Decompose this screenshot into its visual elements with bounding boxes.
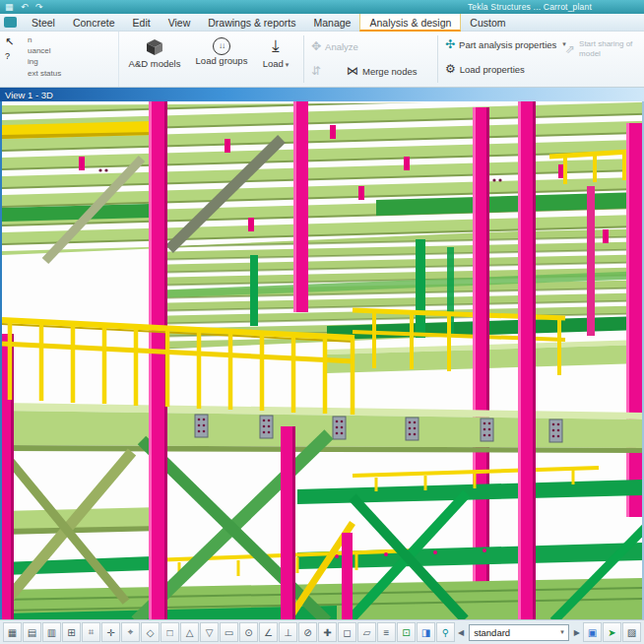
snap-toggle-icon-3[interactable]: ▥	[42, 622, 61, 642]
tekla-structures-window: ▦ ↶ ↷ Tekla Structures ... Carrot_plant …	[0, 0, 644, 644]
start-sharing-button-disabled: ⇗ Start sharing of model	[565, 39, 644, 59]
snap-status-bar: ▦ ▤ ▥ ⊞ ⌗ ✛ ⌖ ◇ □ △ ▽ ▭ ⊙ ∠ ⊥ ⊘ ✚ ◻ ▱ ≡ …	[0, 619, 644, 644]
snap-toggle-icon-1[interactable]: ▦	[3, 622, 22, 642]
view-title-bar[interactable]: View 1 - 3D	[0, 88, 644, 101]
tab-concrete[interactable]: Concrete	[64, 14, 124, 31]
part-analysis-properties-icon: ✣	[445, 37, 455, 51]
snap-toggle-icon-18[interactable]: ◻	[338, 622, 356, 642]
snap-toggle-icon-16[interactable]: ⊘	[298, 622, 317, 642]
ad-models-button[interactable]: A&D models	[126, 34, 183, 69]
transfer-icon: ⇵	[311, 64, 321, 78]
file-menu-icon[interactable]	[4, 17, 17, 28]
undo-icon[interactable]: ↶	[21, 2, 29, 12]
load-properties-icon: ⚙	[445, 62, 456, 76]
load-groups-icon: ↓↓	[213, 37, 230, 55]
panel-text-fragment: uancel	[28, 46, 51, 55]
window-title: Tekla Structures ... Carrot_plant	[468, 2, 592, 12]
snap-toggle-icon-6[interactable]: ✛	[101, 622, 120, 642]
select-filter-icon[interactable]: ◨	[417, 622, 435, 642]
load-icon: ⤓	[254, 34, 297, 58]
load-groups-button[interactable]: ↓↓ Load groups	[193, 34, 250, 66]
snap-toggle-icon-13[interactable]: ⊙	[239, 622, 258, 642]
snap-toggle-icon-17[interactable]: ✚	[318, 622, 337, 642]
selection-filter-value: standard	[474, 627, 510, 638]
tab-edit[interactable]: Edit	[124, 14, 160, 31]
snap-toggle-icon-7[interactable]: ⌖	[121, 622, 140, 642]
ribbon-separator	[437, 35, 438, 83]
panel-text-fragment: ext status	[28, 69, 61, 78]
load-dropdown-caret-icon[interactable]: ▾	[286, 61, 290, 68]
tab-custom[interactable]: Custom	[461, 14, 514, 31]
ad-models-label: A&D models	[129, 58, 181, 69]
selection-filter-next-icon[interactable]: ▶	[572, 628, 582, 637]
analyze-icon: ✥	[311, 39, 321, 53]
snap-toggle-icon-2[interactable]: ▤	[23, 622, 41, 642]
snap-toggle-icon-15[interactable]: ⊥	[279, 622, 297, 642]
render-options-icon[interactable]: ▨	[622, 622, 641, 642]
view-title: View 1 - 3D	[5, 90, 53, 100]
snapshot-icon[interactable]: ▣	[583, 622, 602, 642]
part-analysis-properties-label: Part analysis properties	[459, 39, 556, 50]
part-analysis-properties-button[interactable]: ✣ Part analysis properties ▾	[445, 37, 566, 51]
ad-models-cube-icon	[126, 34, 183, 58]
merge-nodes-button[interactable]: ⋈ Merge nodes	[347, 64, 417, 78]
selection-filter-caret-icon[interactable]: ▾	[560, 628, 564, 636]
snap-toggle-icon-8[interactable]: ◇	[141, 622, 160, 642]
merge-nodes-label: Merge nodes	[362, 66, 417, 77]
snap-toggle-icon-10[interactable]: △	[180, 622, 199, 642]
analyze-label: Analyze	[325, 41, 358, 52]
tab-view[interactable]: View	[160, 14, 200, 31]
tab-drawings-reports[interactable]: Drawings & reports	[199, 14, 304, 31]
load-groups-label: Load groups	[196, 55, 248, 66]
start-sharing-label: Start sharing of model	[579, 39, 644, 59]
tab-analysis-design[interactable]: Analysis & design	[359, 14, 461, 32]
magnifier-icon[interactable]: ⚲	[436, 622, 455, 642]
app-menu-icon[interactable]: ▦	[5, 2, 14, 12]
load-label: Load	[263, 58, 284, 69]
fly-mode-icon[interactable]: ➤	[603, 622, 621, 642]
load-properties-label: Load properties	[460, 64, 525, 75]
snap-toggle-icon-12[interactable]: ▭	[220, 622, 238, 642]
model-viewport-3d[interactable]	[0, 101, 644, 619]
structural-model-scene[interactable]	[2, 101, 644, 619]
merge-nodes-icon: ⋈	[347, 64, 358, 78]
snap-toggle-icon-14[interactable]: ∠	[259, 622, 278, 642]
help-cursor-icon[interactable]: ?	[5, 51, 10, 61]
snap-toggle-icon-9[interactable]: □	[161, 622, 179, 642]
quick-access-toolbar: ▦ ↶ ↷	[5, 2, 48, 12]
analyze-button-disabled: ✥ Analyze	[311, 39, 358, 53]
pointer-cursor-icon[interactable]: ↖	[5, 35, 14, 48]
transfer-button-disabled: ⇵	[311, 64, 321, 78]
panel-text-fragment: ing	[28, 57, 38, 66]
snap-toggle-icon-20[interactable]: ≡	[377, 622, 396, 642]
start-sharing-icon: ⇗	[565, 42, 575, 56]
component-phase-icon[interactable]: ⊡	[397, 622, 416, 642]
ribbon-separator	[303, 35, 304, 83]
snap-toggle-icon-11[interactable]: ▽	[200, 622, 219, 642]
tab-steel[interactable]: Steel	[23, 14, 64, 31]
redo-icon[interactable]: ↷	[35, 2, 43, 12]
panel-text-fragment: n	[28, 35, 32, 44]
load-button[interactable]: ⤓ Load▾	[254, 34, 297, 70]
snap-toggle-icon-4[interactable]: ⊞	[62, 622, 81, 642]
snap-toggle-icon-5[interactable]: ⌗	[82, 622, 100, 642]
snap-toggle-icon-19[interactable]: ▱	[357, 622, 376, 642]
ribbon: ↖ ? n uancel ing ext status A&D models ↓…	[0, 32, 644, 88]
tab-manage[interactable]: Manage	[305, 14, 360, 31]
docked-side-panel-fragment: ↖ ? n uancel ing ext status	[0, 32, 119, 87]
selection-filter-prev-icon[interactable]: ◀	[456, 628, 466, 637]
selection-filter-dropdown[interactable]: standard ▾	[469, 624, 569, 641]
ribbon-tab-bar: Steel Concrete Edit View Drawings & repo…	[0, 14, 644, 32]
titlebar: ▦ ↶ ↷ Tekla Structures ... Carrot_plant	[0, 0, 644, 14]
load-properties-button[interactable]: ⚙ Load properties	[445, 62, 525, 76]
